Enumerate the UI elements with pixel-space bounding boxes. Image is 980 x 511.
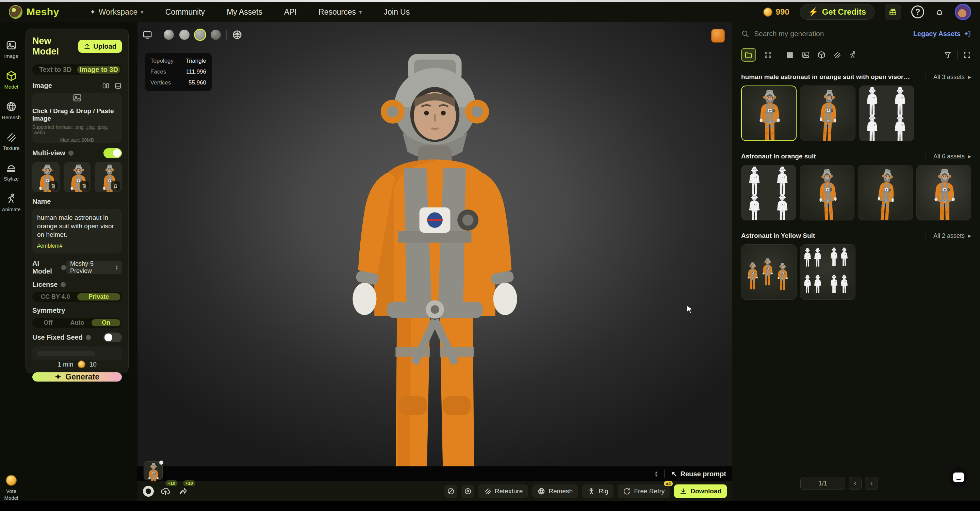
asset-card-multiview[interactable] (741, 165, 796, 220)
compare-button[interactable] (444, 485, 457, 498)
delete-thumb-button[interactable] (111, 181, 120, 190)
shading-basic-icon[interactable] (179, 30, 189, 40)
symmetry-on-option[interactable]: On (92, 319, 121, 326)
notifications-button[interactable] (934, 7, 945, 17)
card-view-icon[interactable] (115, 82, 122, 89)
license-private-option[interactable]: Private (77, 293, 121, 300)
untextured-astronaut (803, 248, 812, 267)
group-view-icon[interactable] (764, 50, 772, 59)
symmetry-auto-option[interactable]: Auto (63, 319, 92, 326)
nav-item-workspace[interactable]: ✦ Workspace ▾ (90, 8, 143, 17)
gift-button[interactable] (885, 4, 901, 20)
model-filter-icon[interactable] (817, 51, 826, 59)
publish-button[interactable]: +10 (159, 485, 172, 497)
generate-button[interactable]: ✦ Generate (32, 372, 122, 382)
page-indicator[interactable]: 1/1 (800, 477, 845, 490)
visibility-status-icon[interactable] (143, 486, 154, 497)
get-credits-button[interactable]: ⚡ Get Credits (800, 4, 875, 20)
asset-card[interactable] (800, 86, 856, 141)
remesh-button[interactable]: Remesh (532, 484, 578, 498)
nav-item-my-assets[interactable]: My Assets (227, 8, 262, 17)
license-cc-option[interactable]: CC BY 4.0 (34, 293, 77, 300)
untextured-astronaut (775, 193, 789, 220)
asset-card[interactable] (741, 244, 797, 300)
rail-item-remesh[interactable]: Remesh (0, 101, 22, 120)
brand[interactable]: Meshy (9, 5, 59, 19)
rail-item-image[interactable]: Image (0, 40, 22, 59)
search-input[interactable] (754, 30, 908, 38)
reuse-prompt-button[interactable]: ↖ Reuse prompt (671, 470, 726, 478)
shading-textured-icon[interactable] (164, 30, 174, 40)
shading-selected-icon[interactable] (195, 30, 205, 40)
generation-thumbnail[interactable] (143, 461, 163, 480)
free-retry-button[interactable]: x4 Free Retry (617, 484, 670, 498)
tab-image-to-3d[interactable]: Image to 3D (77, 66, 121, 73)
prev-page-button[interactable]: ‹ (849, 477, 862, 490)
prompt-stepper[interactable]: ▴ ▾ (655, 471, 657, 477)
astronaut-3d-model[interactable] (329, 43, 540, 466)
nav-item-join-us[interactable]: Join Us (384, 8, 410, 17)
asset-card[interactable] (858, 165, 913, 220)
multiview-thumb-front[interactable] (64, 162, 91, 192)
image-filter-icon[interactable] (802, 51, 810, 59)
group-all-link[interactable]: All 2 assets ▸ (926, 232, 971, 240)
fixed-seed-toggle[interactable] (103, 332, 122, 342)
upload-button[interactable]: Upload (78, 40, 122, 53)
split-view-icon[interactable] (102, 82, 110, 89)
orbit-view-button[interactable] (461, 485, 474, 498)
symmetry-off-option[interactable]: Off (34, 319, 63, 326)
animate-filter-icon[interactable] (849, 51, 857, 59)
nav-item-api[interactable]: API (284, 8, 297, 17)
asset-card[interactable] (800, 165, 855, 220)
delete-thumb-button[interactable] (49, 181, 58, 190)
rail-item-stylize[interactable]: Stylize (0, 163, 22, 182)
asset-card-selected[interactable] (741, 86, 797, 141)
nav-item-community[interactable]: Community (165, 8, 205, 17)
vote-model-button[interactable]: Vote Model (0, 475, 22, 502)
ai-model-select[interactable]: Meshy-5 Preview ▴▾ (66, 260, 122, 274)
wireframe-icon[interactable] (232, 30, 242, 40)
rig-button[interactable]: Rig (582, 484, 614, 498)
all-assets-filter-icon[interactable] (786, 51, 794, 59)
share-button[interactable]: +10 (177, 485, 189, 497)
multiview-thumb-back[interactable] (32, 162, 60, 192)
delete-thumb-button[interactable] (80, 181, 89, 190)
nav-label: Join Us (384, 8, 410, 17)
rail-item-animate[interactable]: Animate (0, 193, 22, 212)
rail-item-texture[interactable]: Texture (0, 132, 22, 151)
texture-filter-icon[interactable] (833, 51, 841, 59)
multiview-toggle[interactable] (103, 148, 122, 158)
vertices-value: 55,960 (189, 79, 206, 86)
legacy-assets-link[interactable]: Legacy Assets (913, 30, 971, 38)
folder-view-button[interactable] (741, 48, 756, 62)
multiview-thumb-side[interactable] (95, 162, 122, 192)
rail-item-model[interactable]: Model (0, 70, 22, 89)
astronaut-asset (757, 89, 783, 141)
astronaut-asset (874, 167, 898, 220)
screenshot-icon[interactable] (142, 30, 153, 40)
generation-preview-chip[interactable] (711, 29, 725, 43)
asset-card[interactable] (916, 165, 972, 220)
nav-item-resources[interactable]: Resources ▾ (318, 8, 362, 17)
group-all-link[interactable]: All 3 assets ▸ (926, 73, 971, 81)
expand-icon[interactable] (963, 51, 971, 59)
asset-card-posesheet[interactable] (800, 244, 856, 300)
image-dropzone[interactable]: Click / Drag & Drop / Paste Image Suppor… (32, 93, 122, 143)
help-button[interactable]: ? (911, 5, 924, 18)
credits-balance[interactable]: 990 (763, 7, 789, 17)
asset-card-multiview[interactable] (859, 86, 914, 141)
rig-icon (588, 487, 595, 495)
bottom-toolbar: +10 +10 Retexture Remesh Rig (137, 481, 732, 501)
user-avatar[interactable] (955, 4, 971, 20)
name-textarea[interactable]: human male astronaut in orange suit with… (32, 209, 122, 254)
next-page-button[interactable]: › (865, 477, 878, 490)
model-viewport[interactable]: Topology Triangle Faces 111,996 Vertices… (137, 22, 732, 466)
shading-matcap-icon[interactable] (211, 30, 221, 40)
group-all-link[interactable]: All 6 assets ▸ (926, 153, 971, 160)
name-value: human male astronaut in orange suit with… (37, 213, 117, 239)
tab-text-to-3d[interactable]: Text to 3D (34, 66, 77, 73)
download-button[interactable]: Download (674, 484, 727, 498)
retexture-button[interactable]: Retexture (479, 484, 528, 498)
support-chat-button[interactable] (949, 467, 969, 487)
filter-icon[interactable] (943, 51, 952, 59)
